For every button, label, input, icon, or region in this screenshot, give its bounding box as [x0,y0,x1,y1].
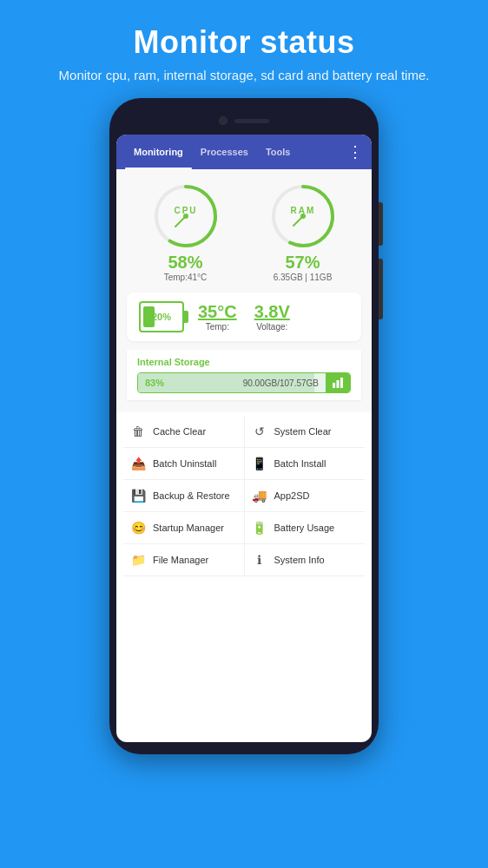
cache-clear-label: Cache Clear [153,426,206,437]
app2sd-label: App2SD [274,490,310,501]
battery-usage-icon: 🔋 [252,521,267,535]
batch-install-label: Batch Install [274,458,326,469]
batch-uninstall-label: Batch Uninstall [153,458,216,469]
backup-restore-icon: 💾 [130,489,146,503]
system-info-icon: ℹ [252,553,267,567]
svg-rect-12 [340,378,343,388]
battery-voltage-value: 3.8V [254,302,290,322]
battery-temp-value: 35°C [198,302,237,322]
cpu-temp: Temp:41°C [164,273,208,282]
batch-uninstall-icon: 📤 [130,457,146,470]
storage-bar: 83% 90.00GB/107.57GB [137,372,351,393]
battery-voltage-label: Voltage: [256,322,287,332]
phone-screen: Monitoring Processes Tools ⋮ [116,135,372,742]
file-manager-icon: 📁 [130,553,146,567]
menu-item-system-info[interactable]: ℹ System Info [245,544,366,575]
menu-item-system-clear[interactable]: ↺ System Clear [245,416,366,447]
file-manager-label: File Manager [153,555,208,565]
ram-gauge-circle: RAM [268,181,338,251]
menu-item-cache-clear[interactable]: 🗑 Cache Clear [123,416,245,447]
system-info-label: System Info [274,555,325,565]
page-title: Monitor status [59,24,430,61]
gauges-row: CPU 58% Temp:41°C [127,181,361,282]
phone-notch-bar [116,110,372,131]
phone-wrapper: Monitoring Processes Tools ⋮ [109,98,379,868]
header-section: Monitor status Monitor cpu, ram, interna… [42,0,447,98]
battery-usage-label: Battery Usage [274,523,335,533]
tab-bar: Monitoring Processes Tools ⋮ [116,135,372,169]
menu-row-2: 📤 Batch Uninstall 📱 Batch Install [123,448,365,480]
cpu-gauge-circle: CPU [151,181,221,251]
ram-percent: 57% [285,253,320,273]
system-clear-icon: ↺ [252,424,267,438]
startup-manager-label: Startup Manager [153,523,224,533]
menu-item-app2sd[interactable]: 🚚 App2SD [245,480,366,511]
startup-manager-icon: 😊 [130,521,146,535]
svg-rect-10 [333,383,335,388]
phone-outer: Monitoring Processes Tools ⋮ [109,98,379,754]
phone-side-button-2 [379,259,383,319]
monitor-section: CPU 58% Temp:41°C [116,169,372,412]
menu-row-5: 📁 File Manager ℹ System Info [123,544,365,576]
menu-grid: 🗑 Cache Clear ↺ System Clear 📤 Batch Uni… [116,412,372,580]
tab-processes[interactable]: Processes [192,135,257,169]
menu-item-backup-restore[interactable]: 💾 Backup & Restore [123,480,245,511]
menu-item-batch-uninstall[interactable]: 📤 Batch Uninstall [123,448,245,479]
storage-section: Internal Storage 83% 90.00GB/107.57GB [127,350,361,400]
menu-row-1: 🗑 Cache Clear ↺ System Clear [123,416,365,448]
svg-point-9 [300,214,306,219]
system-clear-label: System Clear [274,426,332,437]
storage-percent: 83% [145,378,164,388]
battery-temp-label: Temp: [206,322,229,332]
menu-row-3: 💾 Backup & Restore 🚚 App2SD [123,480,365,512]
page-subtitle: Monitor cpu, ram, internal storage, sd c… [59,66,430,84]
battery-percent: 20% [152,312,171,322]
cache-clear-icon: 🗑 [130,424,146,438]
battery-icon: 20% [139,301,184,332]
svg-rect-11 [337,380,340,388]
storage-details: 90.00GB/107.57GB [243,378,324,388]
tab-tools[interactable]: Tools [257,135,300,169]
menu-item-startup-manager[interactable]: 😊 Startup Manager [123,512,245,543]
phone-speaker [234,119,269,123]
cpu-gauge: CPU 58% Temp:41°C [151,181,221,282]
svg-point-4 [183,214,188,219]
battery-row: 20% 35°C Temp: 3.8V Voltage: [127,293,361,341]
battery-stats: 35°C Temp: 3.8V Voltage: [198,302,290,332]
menu-row-4: 😊 Startup Manager 🔋 Battery Usage [123,512,365,544]
battery-temp: 35°C Temp: [198,302,237,332]
tab-monitoring[interactable]: Monitoring [125,135,192,169]
menu-item-file-manager[interactable]: 📁 File Manager [123,544,245,575]
phone-camera [219,116,228,125]
phone-side-button [379,202,383,246]
battery-voltage: 3.8V Voltage: [254,302,290,332]
batch-install-icon: 📱 [252,457,267,470]
backup-restore-label: Backup & Restore [153,490,230,501]
ram-gauge: RAM 57% 6.35GB | 11GB [268,181,338,282]
menu-item-battery-usage[interactable]: 🔋 Battery Usage [245,512,366,543]
menu-item-batch-install[interactable]: 📱 Batch Install [245,448,366,479]
storage-chart-button[interactable] [326,373,350,392]
storage-title: Internal Storage [137,357,351,367]
ram-sub: 6.35GB | 11GB [274,273,333,282]
cpu-percent: 58% [168,253,202,273]
more-options-icon[interactable]: ⋮ [347,142,363,161]
app2sd-icon: 🚚 [252,489,267,503]
